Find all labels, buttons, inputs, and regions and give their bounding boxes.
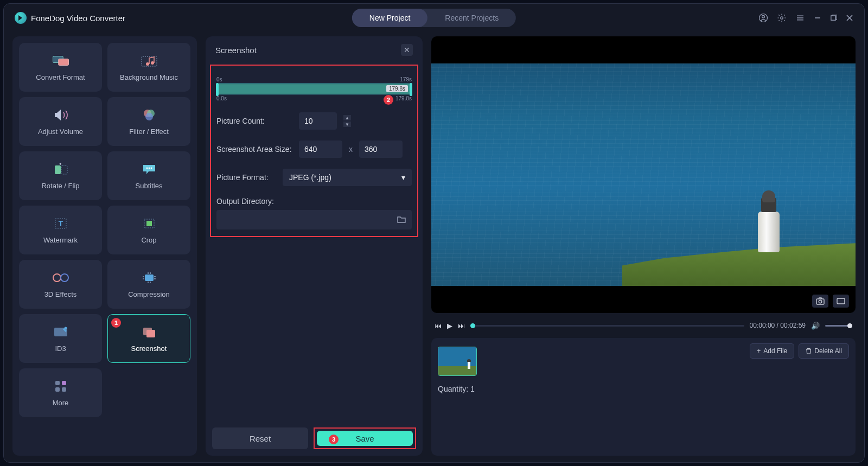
area-size-label: Screenshot Area Size: [216, 145, 292, 154]
quantity-display: Quantity: 1 [438, 385, 849, 393]
file-list: +Add File Delete All Quantity: 1 [431, 338, 856, 456]
svg-rect-28 [55, 381, 60, 385]
settings-icon[interactable] [777, 13, 787, 23]
more-icon [52, 379, 70, 393]
tool-more[interactable]: More [19, 368, 102, 417]
picture-count-input[interactable] [299, 112, 337, 130]
settings-highlight-box: 2 0s 179s 179.8s 0.0s 179.8s [210, 65, 418, 237]
stepper-down[interactable]: ▼ [343, 122, 351, 127]
svg-rect-27 [146, 330, 155, 337]
tool-rotate-flip[interactable]: Rotate / Flip [19, 151, 102, 200]
range-start-bottom: 0.0s [216, 95, 227, 101]
tool-label: Compression [128, 290, 170, 298]
snapshot-icon[interactable] [812, 295, 828, 308]
svg-point-15 [148, 167, 150, 169]
minimize-icon[interactable] [814, 14, 821, 22]
delete-all-button[interactable]: Delete All [799, 343, 849, 359]
tool-watermark[interactable]: T Watermark [19, 206, 102, 254]
svg-rect-5 [58, 59, 68, 65]
tool-adjust-volume[interactable]: Adjust Volume [19, 97, 102, 146]
reset-button[interactable]: Reset [212, 427, 308, 449]
logo-icon [15, 12, 27, 24]
area-height-input[interactable] [359, 141, 403, 158]
tool-background-music[interactable]: Background Music [107, 43, 190, 92]
range-tag: 179.8s [386, 85, 408, 92]
area-width-input[interactable] [299, 141, 342, 158]
tool-3d-effects[interactable]: 3D Effects [19, 260, 102, 309]
tool-filter-effect[interactable]: Filter / Effect [107, 97, 190, 146]
convert-format-icon [52, 54, 70, 68]
progress-bar[interactable] [470, 325, 744, 327]
tool-crop[interactable]: Crop [107, 206, 190, 254]
tool-label: Background Music [120, 73, 178, 81]
play-button[interactable]: ▶ [447, 322, 452, 330]
panel-close-button[interactable]: ✕ [401, 44, 413, 56]
folder-icon[interactable] [397, 215, 406, 224]
right-column: ⏮ ▶ ⏭ 00:00:00 / 00:02:59 🔊 +Add File De… [431, 36, 856, 456]
svg-point-25 [64, 327, 67, 329]
volume-icon[interactable]: 🔊 [811, 322, 820, 330]
svg-point-11 [145, 113, 153, 120]
stepper-up[interactable]: ▲ [343, 115, 351, 120]
menu-icon[interactable] [795, 13, 805, 23]
chevron-down-icon: ▾ [401, 173, 405, 182]
maximize-icon[interactable] [830, 15, 837, 22]
titlebar: FoneDog Video Converter New Project Rece… [4, 4, 864, 32]
svg-rect-31 [62, 387, 66, 392]
svg-rect-32 [816, 299, 824, 304]
screenshot-icon [140, 325, 158, 339]
file-thumbnail[interactable] [438, 347, 477, 376]
account-icon[interactable] [758, 13, 768, 23]
adjust-volume-icon [52, 108, 70, 122]
range-end-bottom: 179.8s [395, 95, 412, 101]
app-title: FoneDog Video Converter [31, 14, 125, 23]
panel-buttons: Reset 3 Save [212, 427, 416, 449]
picture-count-stepper: ▲▼ [343, 115, 351, 127]
tool-label: Rotate / Flip [41, 182, 79, 190]
tool-label: Watermark [43, 236, 78, 244]
area-size-separator: x [349, 145, 353, 154]
format-value: JPEG (*.jpg) [289, 173, 331, 182]
progress-handle[interactable] [470, 323, 475, 328]
svg-point-33 [819, 300, 822, 303]
volume-slider[interactable] [825, 325, 852, 327]
close-icon[interactable] [846, 14, 853, 22]
range-handle-end[interactable] [410, 83, 412, 96]
svg-point-2 [781, 17, 783, 20]
svg-rect-13 [61, 165, 67, 174]
prev-button[interactable]: ⏮ [435, 322, 442, 330]
annotation-badge-1: 1 [111, 318, 121, 328]
next-button[interactable]: ⏭ [458, 322, 465, 330]
annotation-badge-3: 3 [329, 435, 339, 444]
preview-image [431, 63, 856, 286]
tool-screenshot[interactable]: 1 Screenshot [107, 314, 190, 363]
svg-rect-3 [831, 15, 835, 20]
svg-point-1 [762, 15, 765, 18]
window-controls [758, 13, 853, 23]
svg-point-14 [146, 167, 148, 169]
tool-label: Crop [141, 236, 156, 244]
app-window: FoneDog Video Converter New Project Rece… [3, 3, 865, 463]
tool-compression[interactable]: Compression [107, 260, 190, 309]
add-file-button[interactable]: +Add File [750, 343, 794, 359]
svg-point-8 [151, 61, 154, 65]
fullscreen-icon[interactable] [833, 295, 849, 308]
panel-header: Screenshot ✕ [206, 36, 423, 61]
tool-subtitles[interactable]: Subtitles [107, 151, 190, 200]
tool-id3[interactable]: ID3 [19, 314, 102, 363]
range-handle-start[interactable] [216, 83, 219, 96]
tool-convert-format[interactable]: Convert Format [19, 43, 102, 92]
range-track[interactable]: 179.8s [216, 84, 412, 94]
range-start-top: 0s [216, 76, 222, 82]
tool-label: Convert Format [36, 73, 85, 81]
panel-title: Screenshot [215, 46, 257, 55]
file-list-actions: +Add File Delete All [750, 343, 849, 359]
tab-recent-projects[interactable]: Recent Projects [427, 9, 516, 27]
tab-new-project[interactable]: New Project [352, 9, 427, 27]
format-select[interactable]: JPEG (*.jpg) ▾ [283, 169, 412, 186]
quantity-value: 1 [470, 385, 475, 393]
svg-rect-30 [55, 387, 60, 392]
tool-label: More [53, 399, 69, 407]
outdir-label: Output Directory: [216, 197, 412, 206]
outdir-input[interactable] [216, 210, 412, 229]
